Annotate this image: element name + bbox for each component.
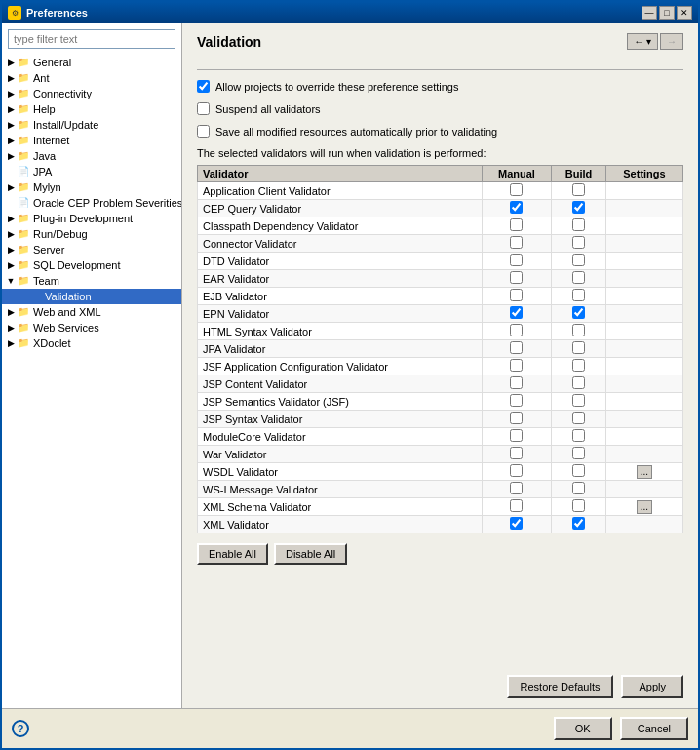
validator-build-checkbox[interactable] — [572, 271, 585, 284]
disable-all-button[interactable]: Disable All — [274, 543, 347, 565]
validator-build-checkbox[interactable] — [572, 394, 585, 407]
sidebar-item-internet[interactable]: 📁 Internet — [2, 133, 181, 148]
validator-manual-checkbox[interactable] — [510, 218, 523, 231]
expander-team — [4, 274, 18, 288]
page-icon — [29, 291, 43, 302]
validator-build-checkbox[interactable] — [572, 341, 585, 354]
expander-install — [4, 118, 18, 132]
folder-icon: 📁 — [18, 181, 31, 193]
sidebar-label-ant: Ant — [33, 72, 50, 84]
table-row: Classpath Dependency Validator — [198, 217, 683, 235]
expander-general — [4, 56, 18, 69]
validator-manual-checkbox[interactable] — [510, 429, 523, 442]
forward-button[interactable]: → — [660, 33, 683, 50]
maximize-button[interactable]: □ — [659, 6, 675, 20]
sidebar-label-web-xml: Web and XML — [33, 306, 101, 318]
table-row: WSDL Validator... — [198, 463, 683, 481]
sidebar-item-mylyn[interactable]: 📁 Mylyn — [2, 179, 181, 195]
validator-build-checkbox[interactable] — [572, 236, 585, 249]
validator-manual-checkbox[interactable] — [510, 359, 523, 372]
minimize-button[interactable]: — — [642, 6, 657, 20]
validator-build-checkbox[interactable] — [572, 447, 585, 459]
validator-manual-checkbox[interactable] — [510, 254, 523, 266]
validator-manual-checkbox[interactable] — [510, 236, 523, 249]
validator-name: XML Validator — [198, 516, 483, 533]
sidebar-item-oracle-cep[interactable]: 📄 Oracle CEP Problem Severities — [2, 195, 181, 211]
sidebar-item-web-services[interactable]: 📁 Web Services — [2, 320, 181, 336]
page-icon: 📄 — [18, 197, 31, 209]
sidebar-item-xdoclet[interactable]: 📁 XDoclet — [2, 336, 181, 351]
validator-build-checkbox[interactable] — [572, 183, 585, 196]
enable-all-button[interactable]: Enable All — [197, 543, 268, 565]
sidebar-item-run-debug[interactable]: 📁 Run/Debug — [2, 226, 181, 242]
validator-build-checkbox[interactable] — [572, 464, 585, 477]
sidebar-item-validation[interactable]: Validation — [2, 289, 181, 304]
validator-manual-checkbox[interactable] — [510, 482, 523, 494]
sidebar-item-web-xml[interactable]: 📁 Web and XML — [2, 304, 181, 320]
sidebar-item-plugin-dev[interactable]: 📁 Plug-in Development — [2, 211, 181, 226]
table-row: EJB Validator — [198, 288, 683, 305]
close-button[interactable]: ✕ — [677, 6, 692, 20]
validator-build-checkbox[interactable] — [572, 429, 585, 442]
help-button[interactable]: ? — [12, 720, 29, 737]
ok-button[interactable]: OK — [554, 717, 612, 740]
validator-settings-button[interactable]: ... — [637, 465, 652, 479]
validator-build-checkbox[interactable] — [572, 359, 585, 372]
sidebar-item-java[interactable]: 📁 Java — [2, 148, 181, 164]
validator-build-checkbox[interactable] — [572, 306, 585, 319]
validator-build-checkbox[interactable] — [572, 517, 585, 530]
validator-build-checkbox[interactable] — [572, 412, 585, 424]
validator-manual-checkbox[interactable] — [510, 517, 523, 530]
validator-settings-button[interactable]: ... — [637, 500, 652, 514]
save-checkbox[interactable] — [197, 125, 210, 138]
validator-build-checkbox[interactable] — [572, 376, 585, 389]
sidebar-item-sql[interactable]: 📁 SQL Development — [2, 257, 181, 273]
validator-manual-checkbox[interactable] — [510, 376, 523, 389]
validator-build-checkbox[interactable] — [572, 499, 585, 512]
validator-manual-checkbox[interactable] — [510, 183, 523, 196]
sidebar-item-jpa[interactable]: 📄 JPA — [2, 164, 181, 179]
sidebar-item-connectivity[interactable]: 📁 Connectivity — [2, 86, 181, 101]
back-button[interactable]: ← ▾ — [627, 33, 658, 50]
validator-manual-checkbox[interactable] — [510, 289, 523, 301]
validator-manual-checkbox[interactable] — [510, 499, 523, 512]
apply-button[interactable]: Apply — [621, 675, 683, 698]
validator-manual-cell — [482, 217, 551, 235]
cancel-button[interactable]: Cancel — [620, 717, 688, 740]
validator-manual-checkbox[interactable] — [510, 412, 523, 424]
filter-input[interactable] — [8, 29, 175, 49]
validator-build-checkbox[interactable] — [572, 254, 585, 266]
validator-build-checkbox[interactable] — [572, 289, 585, 301]
validator-manual-checkbox[interactable] — [510, 447, 523, 459]
validator-manual-checkbox[interactable] — [510, 306, 523, 319]
validator-manual-checkbox[interactable] — [510, 201, 523, 214]
sidebar-item-ant[interactable]: 📁 Ant — [2, 70, 181, 86]
sidebar-item-general[interactable]: 📁 General — [2, 55, 181, 70]
allow-override-checkbox[interactable] — [197, 80, 210, 93]
sidebar-item-server[interactable]: 📁 Server — [2, 242, 181, 257]
sidebar-label-validation: Validation — [45, 291, 92, 302]
validator-build-checkbox[interactable] — [572, 482, 585, 494]
sidebar-item-team[interactable]: 📁 Team — [2, 273, 181, 289]
validator-manual-checkbox[interactable] — [510, 324, 523, 336]
validator-build-checkbox[interactable] — [572, 218, 585, 231]
panel-title: Validation — [197, 34, 261, 50]
validator-settings-cell — [605, 411, 682, 428]
suspend-checkbox[interactable] — [197, 102, 210, 115]
validator-manual-checkbox[interactable] — [510, 464, 523, 477]
validator-manual-checkbox[interactable] — [510, 394, 523, 407]
sidebar-item-install-update[interactable]: 📁 Install/Update — [2, 117, 181, 133]
validator-build-cell — [552, 375, 606, 393]
validator-manual-cell — [482, 463, 551, 481]
validator-manual-checkbox[interactable] — [510, 341, 523, 354]
sidebar-label-mylyn: Mylyn — [33, 181, 61, 193]
validator-manual-checkbox[interactable] — [510, 271, 523, 284]
sidebar-item-help[interactable]: 📁 Help — [2, 101, 181, 117]
window-title: Preferences — [26, 7, 88, 19]
table-row: DTD Validator — [198, 253, 683, 270]
dialog-footer: ? OK Cancel — [2, 708, 698, 748]
validator-build-checkbox[interactable] — [572, 324, 585, 336]
validator-build-checkbox[interactable] — [572, 201, 585, 214]
expander-connectivity — [4, 87, 18, 100]
restore-defaults-button[interactable]: Restore Defaults — [507, 675, 614, 698]
